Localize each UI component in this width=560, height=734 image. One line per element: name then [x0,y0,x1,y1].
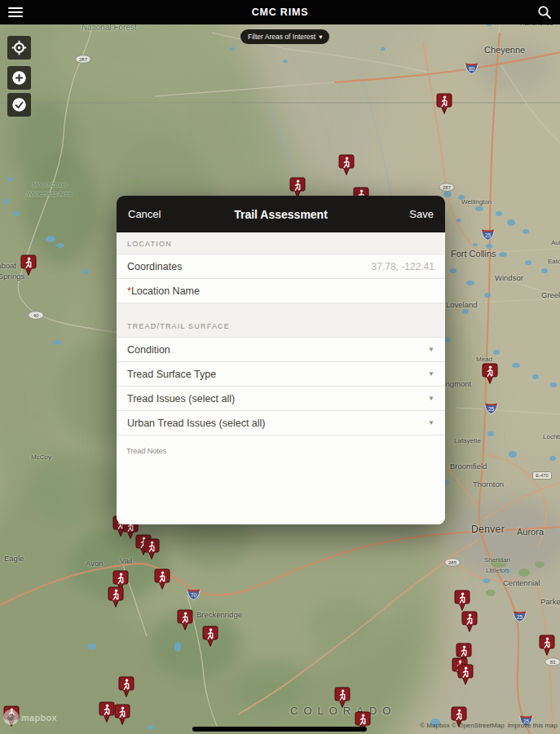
trail-marker[interactable] [108,586,124,608]
tread-issues-dropdown[interactable]: Tread Issues (select all) ▼ [117,387,445,411]
tread-section-header: TREAD/TRAIL SURFACE [117,303,445,338]
confirm-button[interactable] [7,93,31,117]
chevron-down-icon: ▼ [428,346,434,353]
cancel-button[interactable]: Cancel [128,208,161,220]
trail-marker[interactable] [3,705,20,727]
home-indicator[interactable] [192,727,367,732]
app-screen: National ForestRanchettesCheyenneWelling… [0,0,560,734]
trail-marker[interactable] [436,93,452,115]
trail-marker[interactable] [202,626,218,648]
search-icon[interactable] [537,5,552,20]
filter-areas-label: Filter Areas of Interest [248,33,315,41]
save-button[interactable]: Save [409,208,434,220]
trail-marker[interactable] [20,254,37,276]
trail-marker[interactable] [334,687,351,709]
attribution-text: © Mapbox © OpenStreetMap [420,722,504,729]
improve-map-link[interactable]: Improve this map [508,722,558,729]
trail-marker[interactable] [338,154,355,176]
trail-marker[interactable] [118,676,134,698]
chevron-down-icon: ▼ [428,370,434,378]
modal-header: Cancel Save [117,196,445,232]
filter-areas-button[interactable]: Filter Areas of Interest ▾ [240,29,329,44]
tread-surface-type-dropdown[interactable]: Tread Surface Type ▼ [117,362,445,387]
trail-marker[interactable] [99,701,115,723]
coordinates-label: Coordinates [127,261,182,272]
app-bar: CMC RIMS [0,0,560,24]
trail-assessment-modal: Cancel Save Trail Assessment LOCATION Co… [117,196,445,524]
trail-marker[interactable] [461,611,478,633]
location-name-field[interactable]: *Location Name [117,279,445,303]
location-section-header: LOCATION [117,232,445,254]
crosshair-icon [11,40,27,55]
trail-marker[interactable] [177,609,193,631]
chevron-down-icon: ▼ [428,395,434,402]
tread-notes-placeholder: Tread Notes [126,447,166,455]
trail-marker[interactable] [539,635,555,657]
trail-marker[interactable] [114,704,130,726]
trail-marker[interactable] [482,363,498,385]
trail-marker[interactable] [154,568,170,590]
location-name-label: Location Name [131,285,200,297]
locate-button[interactable] [7,36,31,60]
trail-marker[interactable] [457,664,474,686]
chevron-down-icon: ▼ [428,419,434,427]
add-report-button[interactable] [7,66,31,90]
coordinates-row[interactable]: Coordinates 37.78, -122.41 [117,254,445,279]
tread-notes-textarea[interactable]: Tread Notes [117,436,445,524]
coordinates-value: 37.78, -122.41 [372,261,434,272]
map-attribution: © Mapbox © OpenStreetMapImprove this map [420,722,558,729]
urban-tread-issues-dropdown[interactable]: Urban Tread Issues (select all) ▼ [117,411,445,436]
check-icon [11,97,27,113]
menu-icon[interactable] [8,7,23,17]
trail-marker[interactable] [143,538,160,560]
chevron-down-icon: ▾ [319,33,322,41]
trail-marker[interactable] [454,590,470,612]
condition-dropdown[interactable]: Condition ▼ [117,338,445,362]
plus-icon [11,70,27,86]
app-title: CMC RIMS [0,7,560,18]
